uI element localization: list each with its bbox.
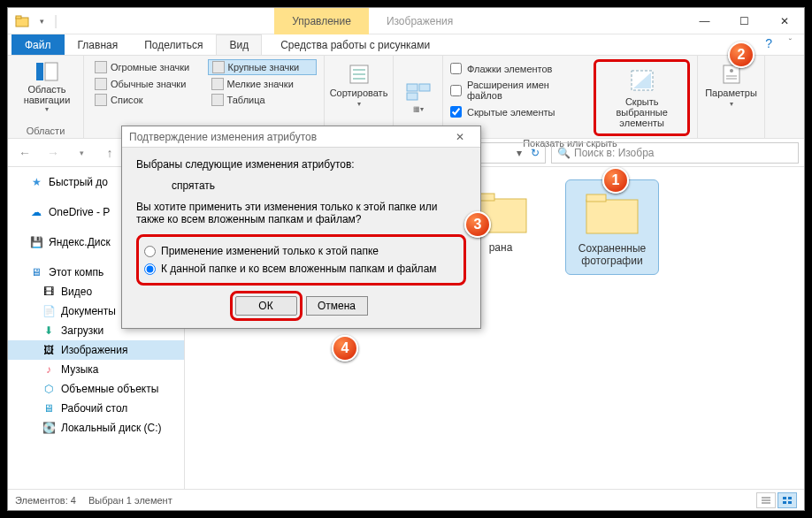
svg-rect-13 [724, 65, 739, 83]
folder-saved-photos[interactable]: Сохраненные фотографии [565, 179, 659, 275]
chk-extensions[interactable]: Расширения имен файлов [450, 78, 585, 103]
tree-desktop[interactable]: 🖥Рабочий стол [8, 399, 184, 418]
chk-hidden[interactable]: Скрытые элементы [450, 104, 585, 119]
window-title: Изображения [387, 15, 453, 27]
tab-home[interactable]: Главная [65, 34, 132, 55]
dialog-question: Вы хотите применить эти изменения только… [136, 201, 466, 225]
forward-button[interactable]: → [42, 141, 65, 164]
download-icon: ⬇ [42, 324, 56, 338]
folder-label: рана [489, 241, 513, 254]
tab-picture-tools[interactable]: Средства работы с рисунками [267, 34, 443, 55]
dropdown-icon[interactable]: ▾ [517, 147, 522, 159]
layout-table[interactable]: Таблица [208, 93, 318, 107]
star-icon: ★ [29, 175, 43, 189]
nav-pane-icon [34, 59, 59, 84]
tab-view[interactable]: Вид [216, 34, 262, 55]
contextual-tab-header: Управление [274, 8, 369, 34]
status-item-count: Элементов: 4 [15, 495, 76, 506]
group-by-icon[interactable] [405, 82, 432, 102]
folder-icon [15, 14, 29, 28]
music-icon: ♪ [42, 362, 56, 377]
layout-huge[interactable]: Огромные значки [91, 59, 201, 75]
svg-rect-1 [16, 16, 21, 19]
layout-list[interactable]: Список [91, 93, 201, 107]
radio-group: Применение изменений только к этой папке… [136, 234, 466, 286]
svg-rect-3 [45, 63, 57, 80]
svg-rect-2 [36, 63, 43, 80]
status-selected: Выбран 1 элемент [88, 495, 172, 506]
callout-1: 1 [602, 167, 629, 194]
radio-recursive[interactable]: К данной папке и ко всем вложенным папка… [142, 260, 460, 278]
chk-item-checkboxes[interactable]: Флажки элементов [450, 61, 585, 76]
ribbon-tabs: Файл Главная Поделиться Вид Средства раб… [8, 34, 804, 56]
video-icon: 🎞 [42, 285, 56, 299]
svg-point-14 [730, 69, 733, 72]
maximize-button[interactable]: ☐ [724, 8, 764, 34]
view-details-button[interactable] [756, 492, 776, 508]
svg-rect-20 [586, 194, 606, 202]
nav-pane-label: Область навигации [15, 84, 79, 105]
dialog-title: Подтверждение изменения атрибутов [129, 131, 317, 143]
layout-large[interactable]: Крупные значки [208, 59, 318, 75]
svg-rect-19 [586, 200, 638, 233]
back-button[interactable]: ← [13, 141, 36, 164]
hide-icon [628, 67, 656, 93]
ok-button[interactable]: ОК [235, 296, 297, 316]
tab-share[interactable]: Поделиться [131, 34, 216, 55]
cancel-button[interactable]: Отмена [306, 296, 368, 316]
callout-4: 4 [332, 335, 358, 362]
doc-icon: 📄 [42, 304, 56, 318]
svg-rect-26 [783, 501, 786, 504]
radio-this-folder-only[interactable]: Применение изменений только к этой папке [142, 242, 460, 260]
callout-2: 2 [728, 42, 755, 68]
dialog-close-button[interactable]: ✕ [447, 131, 473, 143]
explorer-window: ▾ | Управление Изображения — ☐ ✕ Файл Гл… [7, 7, 805, 511]
group-panes-label: Области [15, 124, 76, 136]
drive-icon: 💽 [42, 421, 56, 435]
sort-icon [348, 63, 371, 86]
cube-icon: ⬡ [42, 382, 56, 396]
cloud-icon: ☁ [29, 205, 43, 219]
up-button[interactable]: ↑ [98, 141, 121, 164]
confirm-attributes-dialog: Подтверждение изменения атрибутов ✕ Выбр… [121, 126, 481, 329]
search-icon: 🔍 [557, 147, 571, 159]
status-bar: Элементов: 4 Выбран 1 элемент [8, 489, 804, 510]
qat-dropdown-icon[interactable]: ▾ [34, 14, 49, 28]
search-input[interactable]: 🔍 Поиск в: Изобра [551, 142, 799, 164]
layout-small[interactable]: Мелкие значки [208, 77, 318, 91]
disk-icon: 💾 [29, 235, 43, 249]
minimize-button[interactable]: — [685, 8, 724, 34]
view-icons-button[interactable] [778, 492, 797, 508]
help-icon[interactable]: ? [765, 36, 772, 50]
nav-pane-button[interactable]: Область навигации ▾ [15, 59, 79, 113]
folder-icon [581, 187, 643, 237]
callout-3: 3 [464, 211, 491, 238]
options-button[interactable]: Параметры ▾ [696, 59, 766, 111]
refresh-button[interactable]: ↻ [531, 147, 540, 159]
close-button[interactable]: ✕ [764, 8, 804, 34]
tree-3d-objects[interactable]: ⬡Объемные объекты [8, 379, 184, 399]
svg-rect-24 [783, 497, 786, 499]
svg-rect-10 [407, 93, 417, 100]
sort-button[interactable]: Сортировать ▾ [321, 59, 397, 111]
desktop-icon: 🖥 [42, 401, 56, 415]
svg-rect-8 [407, 84, 417, 91]
tree-pictures[interactable]: 🖼Изображения [8, 340, 184, 360]
dialog-attr: спрятать [136, 171, 466, 201]
layout-normal[interactable]: Обычные значки [91, 77, 201, 91]
svg-rect-25 [788, 497, 792, 499]
columns-icon[interactable]: ▦▾ [413, 105, 424, 113]
svg-rect-27 [788, 501, 792, 504]
collapse-ribbon-icon[interactable]: ˇ [789, 38, 792, 48]
tab-file[interactable]: Файл [11, 34, 65, 55]
dialog-line1: Выбраны следующие изменения атрибутов: [136, 158, 466, 171]
pc-icon: 🖥 [29, 265, 43, 279]
pictures-icon: 🖼 [42, 343, 56, 357]
recent-dropdown[interactable]: ▾ [70, 141, 93, 164]
titlebar: ▾ | Управление Изображения — ☐ ✕ [8, 8, 804, 34]
svg-rect-9 [419, 84, 430, 91]
hide-selected-button[interactable]: Скрыть выбранные элементы [594, 59, 690, 136]
tree-cdrive[interactable]: 💽Локальный диск (C:) [8, 418, 184, 438]
tree-music[interactable]: ♪Музыка [8, 360, 184, 379]
folder-label: Сохраненные фотографии [570, 242, 655, 267]
